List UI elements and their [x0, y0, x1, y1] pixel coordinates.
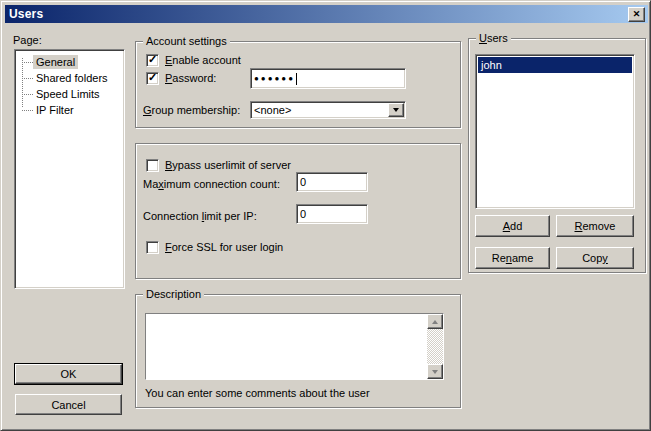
close-icon: ✕: [633, 10, 641, 19]
description-field-frame: [145, 313, 444, 380]
page-item-general[interactable]: General: [15, 54, 124, 70]
description-title: Description: [143, 288, 204, 300]
scroll-down-button[interactable]: [427, 364, 443, 379]
rename-user-label: Rename: [492, 252, 534, 264]
tree-stub: [22, 62, 33, 63]
page-item-ip-filter[interactable]: IP Filter: [15, 102, 124, 118]
tree-stub: [22, 78, 33, 79]
group-membership-label: Group membership:: [143, 104, 240, 116]
arrow-up-icon: [432, 320, 438, 324]
force-ssl-label: Force SSL for user login: [165, 241, 283, 253]
scrollbar-track[interactable]: [427, 329, 443, 364]
combo-dropdown-button[interactable]: [388, 103, 404, 117]
window-title: Users: [9, 7, 43, 21]
users-group-title: Users: [476, 32, 511, 44]
users-dialog: Users ✕ Page: General Shared folders Spe…: [0, 0, 651, 431]
page-label: Page:: [13, 34, 42, 46]
cancel-button[interactable]: Cancel: [15, 394, 122, 415]
description-group: Description You can enter some comments …: [135, 294, 461, 408]
password-label: Password:: [165, 72, 216, 84]
account-settings-title: Account settings: [143, 35, 230, 47]
password-checkbox[interactable]: ✓: [146, 72, 159, 85]
page-list[interactable]: General Shared folders Speed Limits IP F…: [14, 49, 125, 289]
user-item-john[interactable]: john: [478, 57, 632, 73]
copy-user-label: Copy: [582, 252, 608, 264]
password-input[interactable]: ●●●●●●: [250, 68, 406, 89]
password-dots: ●●●●●●: [254, 74, 295, 83]
limits-group: ✓ Bypass userlimit of server Maximum con…: [135, 143, 461, 279]
users-group: Users john Add Remove Rename Copy: [468, 38, 646, 273]
page-item-label: General: [33, 55, 78, 69]
tree-stub: [22, 110, 33, 111]
enable-account-row: ✓ Enable account: [146, 53, 241, 67]
check-icon: ✓: [148, 72, 157, 83]
remove-user-button[interactable]: Remove: [556, 215, 634, 237]
enable-account-label: Enable account: [165, 54, 241, 66]
password-row: ✓ Password:: [146, 71, 216, 85]
force-ssl-row: ✓ Force SSL for user login: [146, 240, 283, 254]
copy-user-button[interactable]: Copy: [556, 247, 634, 269]
page-item-speed-limits[interactable]: Speed Limits: [15, 86, 124, 102]
ok-button[interactable]: OK: [15, 364, 122, 384]
page-item-label: IP Filter: [33, 103, 77, 117]
arrow-down-icon: [432, 370, 438, 374]
bypass-userlimit-row: ✓ Bypass userlimit of server: [146, 158, 291, 172]
ok-button-label: OK: [61, 368, 77, 380]
group-membership-value: <none>: [251, 102, 387, 118]
description-hint: You can enter some comments about the us…: [145, 387, 370, 399]
rename-user-button[interactable]: Rename: [475, 247, 550, 269]
bypass-userlimit-checkbox[interactable]: ✓: [146, 159, 159, 172]
ip-limit-label: Connection limit per IP:: [143, 210, 257, 222]
account-settings-group: Account settings ✓ Enable account ✓ Pass…: [135, 41, 461, 128]
check-icon: ✓: [148, 54, 157, 65]
cancel-button-label: Cancel: [51, 399, 85, 411]
add-user-label: Add: [503, 220, 523, 232]
users-list[interactable]: john: [475, 54, 635, 209]
enable-account-checkbox[interactable]: ✓: [146, 54, 159, 67]
tree-stub: [22, 94, 33, 95]
scroll-up-button[interactable]: [427, 314, 443, 329]
ip-limit-input[interactable]: [296, 204, 368, 224]
page-item-label: Speed Limits: [33, 87, 103, 101]
force-ssl-checkbox[interactable]: ✓: [146, 241, 159, 254]
user-item-label: john: [481, 59, 502, 71]
description-scrollbar[interactable]: [427, 314, 443, 379]
max-connection-label: Maximum connection count:: [143, 178, 280, 190]
bypass-userlimit-label: Bypass userlimit of server: [165, 159, 291, 171]
description-textarea[interactable]: [146, 314, 427, 379]
close-button[interactable]: ✕: [628, 7, 645, 22]
title-bar[interactable]: Users ✕: [5, 5, 648, 23]
text-caret: [296, 73, 297, 85]
max-connection-input[interactable]: [296, 172, 368, 192]
add-user-button[interactable]: Add: [475, 215, 550, 237]
remove-user-label: Remove: [575, 220, 616, 232]
page-item-label: Shared folders: [33, 71, 111, 85]
page-item-shared-folders[interactable]: Shared folders: [15, 70, 124, 86]
group-membership-select[interactable]: <none>: [250, 101, 406, 119]
chevron-down-icon: [393, 108, 399, 112]
